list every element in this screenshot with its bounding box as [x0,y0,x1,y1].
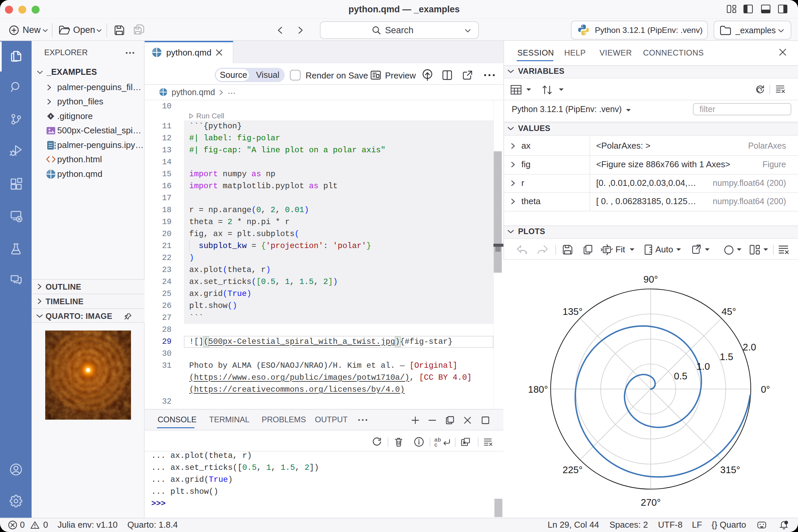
svg-text:270°: 270° [641,497,661,508]
svg-text:1.5: 1.5 [720,352,733,362]
svg-text:315°: 315° [720,464,740,475]
svg-text:135°: 135° [563,306,583,317]
svg-text:45°: 45° [722,306,736,317]
svg-text:180°: 180° [528,384,548,395]
svg-text:90°: 90° [643,274,658,285]
svg-text:1.0: 1.0 [697,361,710,372]
svg-text:2.0: 2.0 [743,342,756,353]
svg-text:225°: 225° [563,464,583,475]
svg-text:0.5: 0.5 [674,371,687,381]
svg-text:0°: 0° [761,384,770,395]
